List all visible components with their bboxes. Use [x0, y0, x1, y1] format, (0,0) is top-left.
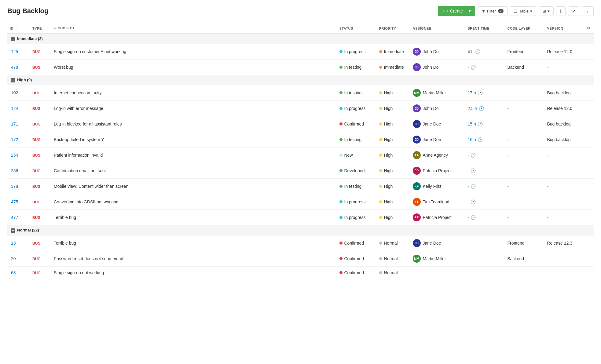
priority-label: High [384, 184, 393, 189]
bug-id-link[interactable]: 254 [11, 153, 18, 158]
clock-icon[interactable]: 🕐 [471, 65, 476, 70]
status-dot [339, 91, 343, 94]
clock-icon[interactable]: 🕐 [471, 153, 476, 158]
clock-icon[interactable]: 🕐 [471, 184, 476, 189]
assignee-empty: - [413, 270, 414, 275]
status-cell: New [339, 153, 372, 158]
group-collapse-icon[interactable]: − [11, 228, 15, 233]
bug-type-label: BUG [32, 138, 41, 142]
bug-id-link[interactable]: 478 [11, 65, 18, 70]
col-header-status[interactable]: STATUS [336, 23, 376, 34]
clock-icon[interactable]: 🕐 [471, 168, 476, 173]
table-icon: ☰ [514, 9, 518, 13]
status-cell: In progress [339, 215, 372, 220]
status-cell: Confirmed [339, 256, 372, 261]
status-cell: In progress [339, 49, 372, 54]
bug-subject: Password reset does not send email [50, 251, 336, 267]
clock-icon[interactable]: 🕐 [478, 122, 483, 126]
col-header-settings[interactable]: ⚙ [583, 23, 594, 34]
bug-id-link[interactable]: 20 [11, 256, 16, 261]
clock-icon[interactable]: 🕐 [471, 215, 476, 220]
create-button[interactable]: + + Create ▾ [438, 6, 475, 16]
priority-label: Normal [384, 270, 398, 275]
avatar: JD [413, 239, 421, 247]
bug-id-link[interactable]: 68 [11, 270, 16, 275]
col-header-type[interactable]: TYPE [29, 23, 50, 34]
group-header-row[interactable]: −Normal (22) [7, 225, 594, 235]
more-options-button[interactable]: ⋮ [582, 6, 594, 16]
status-cell: Developed [339, 168, 372, 173]
col-header-assignee[interactable]: ASSIGNEE [409, 23, 464, 34]
status-dot [339, 169, 343, 172]
priority-label: Immediate [384, 65, 404, 70]
row-options-cell [583, 147, 594, 163]
avatar: JD [413, 63, 421, 71]
priority-dot [379, 91, 382, 94]
avatar: JD [413, 104, 421, 112]
assignee-cell: PPPatricia Project [413, 213, 460, 221]
fullscreen-button[interactable]: ⤢ [568, 6, 579, 16]
status-dot [339, 122, 343, 126]
priority-dot [379, 200, 382, 203]
version-cell: - [544, 179, 583, 194]
priority-label: High [384, 106, 393, 111]
code-layer-cell: - [504, 210, 544, 225]
bug-id-link[interactable]: 171 [11, 122, 18, 126]
priority-cell: High [379, 184, 405, 189]
bug-id-link[interactable]: 475 [11, 199, 18, 204]
priority-label: Normal [384, 241, 398, 246]
code-layer-cell: - [504, 132, 544, 147]
assignee-cell: MMMartin Miller [413, 89, 460, 97]
group-collapse-icon[interactable]: − [11, 37, 15, 41]
bug-subject: Worst bug [50, 60, 336, 75]
priority-dot [379, 271, 382, 274]
col-header-id[interactable]: ID ↑ [7, 23, 29, 34]
status-dot [339, 216, 343, 219]
status-label: In testing [344, 90, 362, 95]
bug-id-link[interactable]: 256 [11, 168, 18, 173]
priority-label: High [384, 199, 393, 204]
info-button[interactable]: ℹ [556, 6, 566, 16]
table-view-button[interactable]: ☰ Table ▾ [510, 6, 536, 16]
bug-id-link[interactable]: 477 [11, 215, 18, 220]
col-header-subject[interactable]: ⇔SUBJECT [50, 23, 336, 34]
col-header-code-layer[interactable]: CODE LAYER [504, 23, 544, 34]
col-header-spent-time[interactable]: SPENT TIME [464, 23, 504, 34]
clock-icon[interactable]: 🕐 [471, 199, 476, 204]
row-options-cell [583, 116, 594, 132]
clock-icon[interactable]: 🕐 [478, 137, 483, 142]
row-options-cell [583, 44, 594, 60]
bug-id-link[interactable]: 125 [11, 49, 18, 54]
filter-button[interactable]: ▼ Filter 2 [478, 6, 508, 16]
status-label: In testing [344, 184, 362, 189]
status-label: Confirmed [344, 122, 364, 126]
group-header-row[interactable]: −High (9) [7, 75, 594, 85]
bug-table-container: ID ↑ TYPE ⇔SUBJECT STATUS PRIORITY ASSIG… [7, 23, 594, 279]
col-header-version[interactable]: VERSION [544, 23, 583, 34]
table-row: 378BUGMobile view: Content wider than sc… [7, 179, 594, 194]
bug-subject: Confirmation email not sent [50, 163, 336, 179]
bug-type-label: BUG [32, 271, 41, 275]
assignee-name: Martin Miller [423, 90, 446, 95]
bug-id-link[interactable]: 13 [11, 241, 16, 246]
status-dot [339, 154, 343, 157]
col-header-priority[interactable]: PRIORITY [376, 23, 409, 34]
bug-id-link[interactable]: 102 [11, 90, 18, 95]
status-label: Confirmed [344, 241, 364, 246]
page-header: Bug Backlog + + Create ▾ ▼ Filter 2 ☰ Ta… [7, 6, 594, 16]
clock-icon[interactable]: 🕐 [479, 106, 484, 111]
assignee-cell: PPPatricia Project [413, 167, 460, 175]
assignee-cell: MMMartin Miller [413, 255, 460, 263]
bug-type-label: BUG [32, 200, 41, 204]
version-cell: - [544, 163, 583, 179]
bug-id-link[interactable]: 172 [11, 137, 18, 142]
columns-button[interactable]: ⊞ ▾ [539, 6, 554, 16]
group-header-row[interactable]: −Immediate (2) [7, 34, 594, 44]
clock-icon[interactable]: 🕐 [475, 49, 480, 54]
bug-id-link[interactable]: 378 [11, 184, 18, 189]
clock-icon[interactable]: 🕐 [478, 90, 483, 95]
group-collapse-icon[interactable]: − [11, 78, 15, 82]
status-cell: In progress [339, 199, 372, 204]
version-cell: - [544, 147, 583, 163]
bug-id-link[interactable]: 124 [11, 106, 18, 111]
